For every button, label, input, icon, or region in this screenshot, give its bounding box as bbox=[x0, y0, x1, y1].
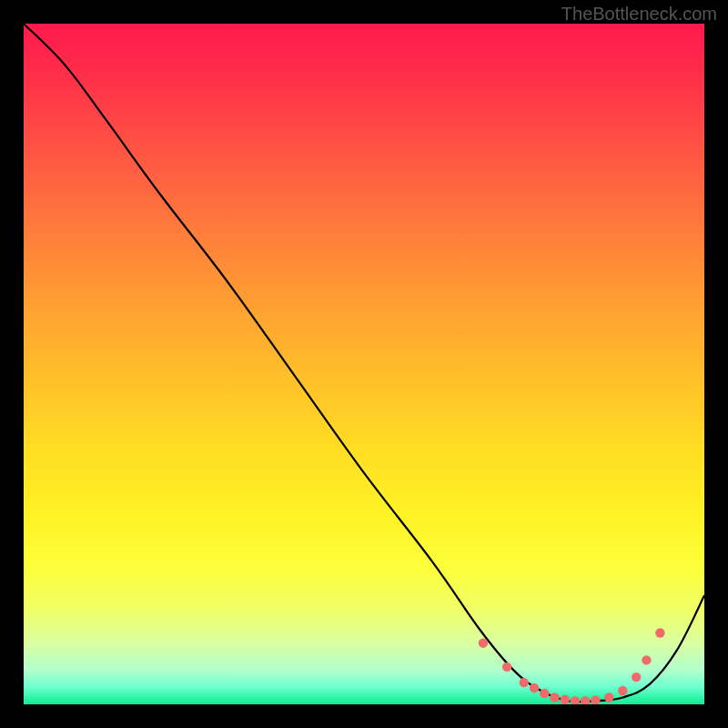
marker-dot bbox=[550, 693, 559, 702]
chart-plot-area bbox=[24, 24, 704, 704]
marker-dot bbox=[655, 628, 664, 637]
marker-dot bbox=[479, 638, 488, 647]
marker-dot bbox=[571, 696, 580, 704]
marker-dot bbox=[604, 693, 613, 702]
marker-dot bbox=[591, 695, 600, 704]
chart-svg bbox=[24, 24, 704, 704]
marker-dot bbox=[632, 672, 641, 682]
marker-dot bbox=[560, 695, 569, 704]
marker-dot bbox=[530, 683, 539, 693]
marker-dot bbox=[540, 689, 549, 698]
marker-dot bbox=[618, 686, 627, 695]
marker-dot bbox=[581, 696, 590, 704]
bottleneck-curve-line bbox=[24, 24, 704, 702]
marker-dot bbox=[520, 678, 529, 687]
marker-dot bbox=[642, 655, 651, 664]
watermark-text: TheBottleneck.com bbox=[561, 4, 717, 25]
marker-dot bbox=[502, 662, 511, 672]
